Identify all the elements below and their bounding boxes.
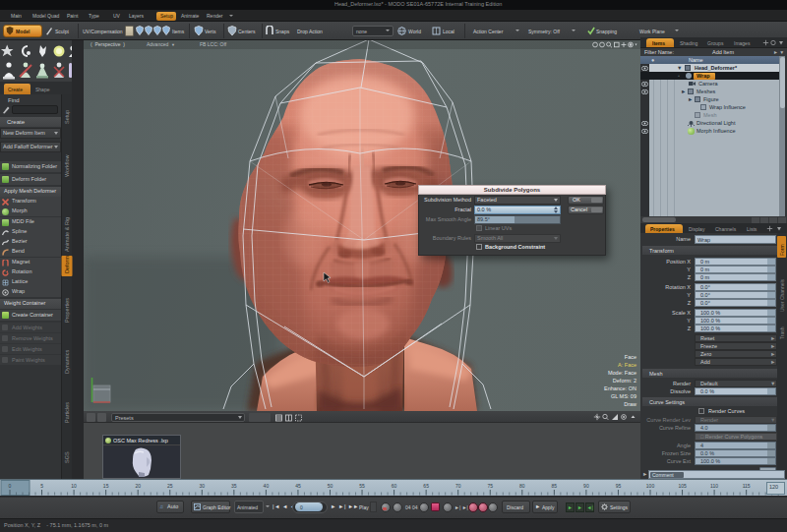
svg-text:20: 20 xyxy=(135,483,141,489)
svg-text:10: 10 xyxy=(71,483,77,489)
svg-text:105: 105 xyxy=(678,483,687,489)
svg-text:Dynamics: Dynamics xyxy=(64,350,70,374)
svg-text:100: 100 xyxy=(646,483,655,489)
svg-text:85: 85 xyxy=(552,483,558,489)
svg-text:110: 110 xyxy=(710,483,718,489)
svg-text:Animate & Rig: Animate & Rig xyxy=(64,217,70,252)
svg-text:60: 60 xyxy=(392,483,397,489)
svg-text:Workflow: Workflow xyxy=(64,154,70,177)
svg-text:30: 30 xyxy=(200,483,206,489)
svg-text:115: 115 xyxy=(743,483,751,489)
svg-text:75: 75 xyxy=(487,483,493,489)
svg-text:5: 5 xyxy=(40,483,43,489)
svg-text:80: 80 xyxy=(519,483,525,489)
svg-text:95: 95 xyxy=(616,483,622,489)
svg-text:65: 65 xyxy=(423,483,429,489)
svg-text:90: 90 xyxy=(583,483,589,489)
svg-text:Deform: Deform xyxy=(64,256,70,273)
svg-text:15: 15 xyxy=(103,483,109,489)
svg-text:55: 55 xyxy=(359,483,365,489)
svg-text:25: 25 xyxy=(167,483,173,489)
svg-text:40: 40 xyxy=(264,483,270,489)
svg-text:45: 45 xyxy=(295,483,301,489)
svg-text:Form: Form xyxy=(779,244,785,256)
svg-text:Setup: Setup xyxy=(64,110,70,124)
svg-text:Properties: Properties xyxy=(64,298,70,323)
svg-text:SGS: SGS xyxy=(64,451,70,463)
svg-text:Particles: Particles xyxy=(64,402,70,423)
svg-text:0: 0 xyxy=(9,483,12,489)
svg-text:50: 50 xyxy=(328,483,333,489)
svg-text:Trash: Trash xyxy=(779,326,785,339)
svg-text:User Channels: User Channels xyxy=(779,278,785,312)
svg-text:70: 70 xyxy=(455,483,461,489)
svg-text:35: 35 xyxy=(231,483,237,489)
